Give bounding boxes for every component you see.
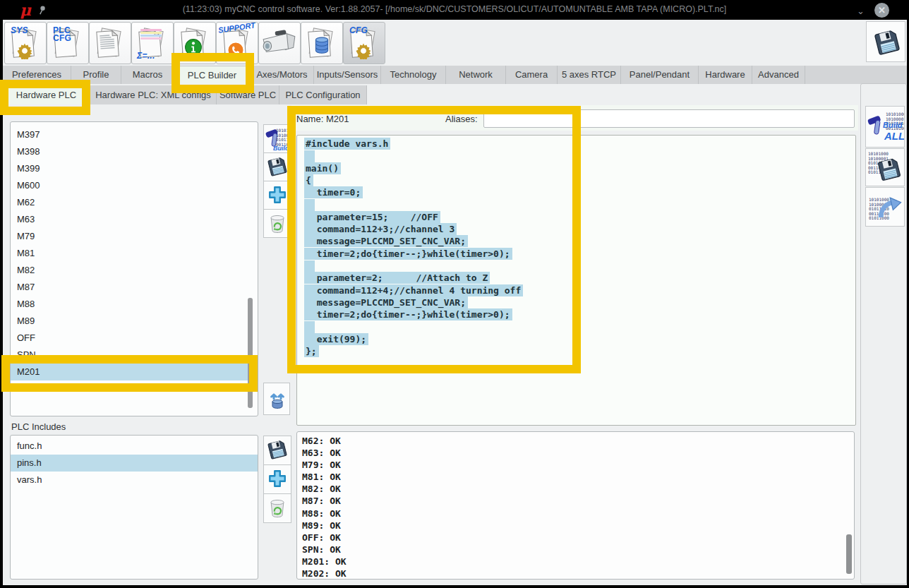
save-button[interactable] <box>263 152 290 181</box>
tab-hardware[interactable]: Hardware <box>699 66 752 84</box>
tab-axes-motors[interactable]: Axes/Motors <box>251 66 314 84</box>
tab-technology[interactable]: Technology <box>381 66 446 84</box>
toolbar-button-plc-cfg-icon[interactable]: PLCCFG <box>47 22 89 64</box>
plc-source-item[interactable]: M89 <box>11 313 258 330</box>
build-all-label-2: ALL <box>884 130 905 142</box>
save-button[interactable] <box>263 436 291 465</box>
plc-cfg-label: PLCCFG <box>53 27 71 42</box>
tab-5-axes-rtcp[interactable]: 5 axes RTCP <box>558 66 621 84</box>
delete-button[interactable] <box>263 209 290 238</box>
plc-include-item[interactable]: vars.h <box>11 472 258 488</box>
plc-source-item[interactable]: M87 <box>11 279 258 296</box>
plc-includes-list[interactable]: func.hpins.hvars.h <box>10 435 258 580</box>
log-line: OFF: OK <box>297 532 854 544</box>
delete-button[interactable] <box>263 493 291 523</box>
log-line: M82: OK <box>297 483 854 495</box>
plc-includes-label: PLC Includes <box>11 421 66 432</box>
sigma-label: Σ=... <box>137 52 155 60</box>
toolbar-button-text-doc-icon[interactable] <box>89 22 131 64</box>
add-button[interactable] <box>263 464 291 494</box>
plc-source-item[interactable]: M81 <box>11 245 258 262</box>
plc-source-item[interactable]: OFF <box>11 330 258 347</box>
build-button[interactable]: 10101000 10100001 01011010 00110100Build <box>263 124 290 153</box>
cfg-label: CFG <box>349 27 368 35</box>
settings-tab-bar: PreferencesProfileMacrosPLC BuilderAxes/… <box>3 66 907 84</box>
gear-icon <box>16 42 33 59</box>
close-button[interactable]: ✕ <box>874 3 889 18</box>
db-restore-button[interactable] <box>263 383 290 415</box>
database-icon <box>313 35 331 55</box>
send-binary-button[interactable]: 10101000 10100001 01011010 00110100 0101… <box>865 187 905 227</box>
build-output-log[interactable]: M62: OKM63: OKM79: OKM81: OKM82: OKM87: … <box>296 431 855 580</box>
sys-label: SYS <box>11 27 28 35</box>
save-button[interactable] <box>866 21 905 62</box>
plc-source-item[interactable]: M398 <box>11 143 258 160</box>
save-binary-button[interactable]: 10101000 10100001 01011010 00110100 0101… <box>865 148 905 186</box>
log-line: SPN: OK <box>297 544 854 556</box>
gear-icon <box>355 42 372 59</box>
annotation-highlight-plc-builder-tab <box>171 53 254 93</box>
tab-macros[interactable]: Macros <box>121 66 174 84</box>
toolbar-button-cfg-icon[interactable]: CFG <box>343 22 385 64</box>
camera-body-icon <box>260 30 299 55</box>
toolbar-button-database-doc-icon[interactable] <box>301 22 343 64</box>
tab-panel-pendant[interactable]: Panel/Pendant <box>621 66 699 84</box>
document-pages-icon <box>92 25 126 61</box>
toolbar-button-camera-icon[interactable] <box>258 22 301 64</box>
tab-advanced[interactable]: Advanced <box>752 66 805 84</box>
tab-inputs-sensors[interactable]: Inputs/Sensors <box>314 66 381 84</box>
build-all-label-1: Build <box>883 121 903 129</box>
annotation-highlight-m201-item <box>1 355 258 392</box>
log-line: M81: OK <box>297 471 854 483</box>
annotation-highlight-hardware-plc-subtab <box>0 80 90 115</box>
plc-source-item[interactable]: M62 <box>11 194 258 211</box>
window-title: (11:23:03) myCNC control software. Ver:1… <box>0 4 909 14</box>
build-all-button[interactable]: 10101000 10100001 01011010 00110100Build… <box>865 106 905 148</box>
plc-source-item[interactable]: M600 <box>11 177 258 194</box>
log-line: M63: OK <box>297 447 854 459</box>
tab-camera[interactable]: Camera <box>506 66 558 84</box>
toolbar-button-sys-config-icon[interactable]: SYS <box>4 22 47 64</box>
log-line: M79: OK <box>297 459 854 471</box>
annotation-highlight-code-editor <box>287 106 581 373</box>
plc-source-item[interactable]: M79 <box>11 228 258 245</box>
plc-source-item[interactable]: M397 <box>11 126 258 143</box>
plc-include-item[interactable]: pins.h <box>11 455 258 472</box>
log-line: M62: OK <box>297 435 854 447</box>
plc-include-item[interactable]: func.h <box>11 438 258 455</box>
subtab-plc-configuration[interactable]: PLC Configuration <box>279 85 367 104</box>
log-line: M88: OK <box>297 508 854 520</box>
log-scrollbar-thumb[interactable] <box>846 534 852 574</box>
chevron-down-icon[interactable]: ⌄ <box>857 6 865 16</box>
log-line: M201: OK <box>297 556 854 568</box>
title-bar: μ (11:23:03) myCNC control software. Ver… <box>0 0 909 20</box>
tab-network[interactable]: Network <box>446 66 506 84</box>
add-button[interactable] <box>263 181 290 210</box>
plc-source-item[interactable]: M63 <box>11 211 258 228</box>
toolbar-button-macros-icon[interactable]: Σ=... <box>131 22 174 64</box>
log-line: M89: OK <box>297 520 854 532</box>
log-line: M202: OK <box>297 568 854 580</box>
log-line: M87: OK <box>297 495 854 507</box>
macro-stripes <box>140 29 162 40</box>
plc-source-item[interactable]: M88 <box>11 296 258 313</box>
plc-source-item[interactable]: M399 <box>11 160 258 177</box>
plc-source-item[interactable]: M82 <box>11 262 258 279</box>
